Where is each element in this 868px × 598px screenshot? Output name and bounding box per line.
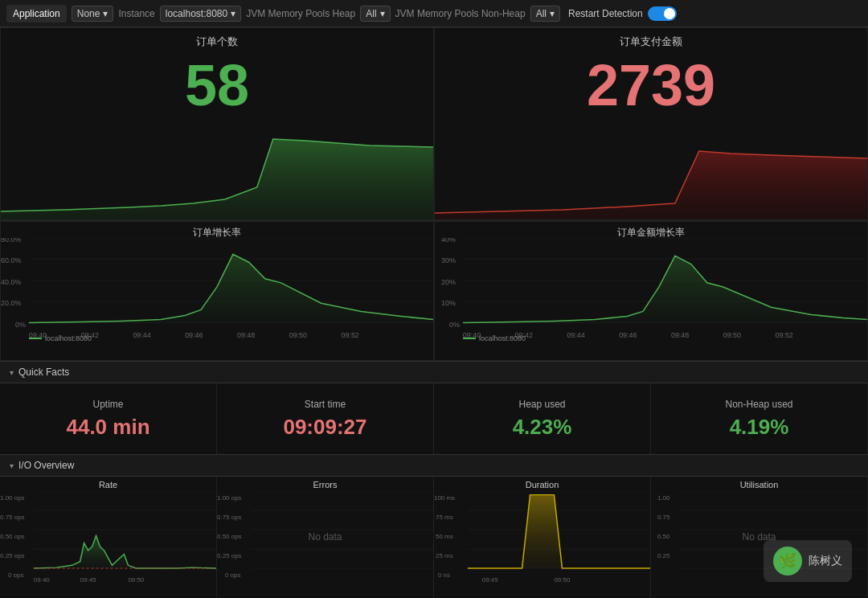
payment-amount-chart (435, 115, 867, 219)
svg-text:100 ms: 100 ms (434, 494, 455, 502)
nav-nonheap-dropdown[interactable]: All ▾ (530, 6, 560, 22)
svg-text:0.75 ops: 0.75 ops (0, 514, 25, 521)
uptime-label: Uptime (92, 399, 123, 410)
svg-text:09:50: 09:50 (289, 331, 307, 339)
io-duration-card: Duration 100 ms 75 ms 50 ms 25 ms 0 ns (434, 477, 651, 597)
svg-text:20.0%: 20.0% (1, 299, 21, 307)
svg-text:0.25 ops: 0.25 ops (217, 552, 242, 559)
watermark: 🌿 陈树义 (764, 540, 852, 582)
payment-legend-line (463, 338, 476, 339)
svg-text:10%: 10% (441, 299, 456, 307)
svg-text:0 ops: 0 ops (8, 571, 24, 579)
payment-growth-legend: localhost:8080 (463, 334, 526, 342)
io-overview-chevron: ▾ (10, 461, 14, 470)
watermark-name: 陈树义 (809, 554, 842, 568)
svg-text:0%: 0% (15, 321, 26, 329)
orders-count-chart (1, 115, 433, 219)
start-time-label: Start time (305, 399, 346, 410)
nav-heap-label: JVM Memory Pools Heap (246, 8, 355, 19)
io-duration-title: Duration (434, 477, 650, 491)
orders-growth-chart: 80.0% 60.0% 40.0% 20.0% 0% 0 (1, 238, 433, 344)
payment-legend-label: localhost:8080 (479, 334, 526, 342)
io-errors-title: Errors (217, 477, 433, 491)
io-overview-row: Rate 1.00 ops 0.75 ops 0.50 ops 0.25 ops… (0, 477, 868, 597)
svg-text:30%: 30% (441, 256, 456, 264)
svg-text:50 ms: 50 ms (436, 533, 453, 540)
svg-text:0.50 ops: 0.50 ops (0, 533, 25, 540)
svg-text:09:52: 09:52 (341, 331, 358, 339)
metrics-row: 订单个数 58 订单支付金额 2739 (0, 27, 868, 220)
start-time-value: 09:09:27 (283, 415, 366, 440)
svg-text:1.00 ops: 1.00 ops (217, 494, 242, 502)
quick-facts-row: Uptime 44.0 min Start time 09:09:27 Heap… (0, 383, 868, 454)
uptime-value: 44.0 min (66, 415, 149, 440)
io-rate-card: Rate 1.00 ops 0.75 ops 0.50 ops 0.25 ops… (0, 477, 217, 597)
nav-application[interactable]: Application (6, 5, 67, 23)
restart-detection-control: Restart Detection (568, 6, 677, 21)
svg-text:09:50: 09:50 (128, 576, 144, 584)
nonheap-used-value: 4.19% (730, 415, 789, 440)
orders-count-title: 订单个数 (1, 28, 433, 52)
orders-growth-card: 订单增长率 80.0% 60.0% 40.0% 20.0% 0% (0, 221, 434, 361)
svg-text:09:52: 09:52 (775, 331, 792, 339)
svg-text:0.50: 0.50 (657, 533, 669, 540)
io-overview-title: I/O Overview (18, 460, 74, 471)
svg-text:0.75 ops: 0.75 ops (217, 514, 242, 521)
payment-growth-card: 订单金额增长率 40% 30% 20% 10% 0% (434, 221, 868, 361)
svg-text:75 ms: 75 ms (436, 514, 453, 521)
nonheap-used-label: Non-Heap used (725, 399, 792, 410)
svg-text:09:45: 09:45 (80, 576, 96, 584)
quick-facts-header[interactable]: ▾ Quick Facts (0, 361, 868, 383)
svg-text:09:46: 09:46 (185, 331, 203, 339)
svg-text:40%: 40% (441, 238, 456, 244)
svg-text:09:45: 09:45 (482, 576, 498, 584)
svg-text:0.25 ops: 0.25 ops (0, 552, 25, 559)
heap-used-value: 4.23% (513, 415, 572, 440)
watermark-avatar: 🌿 (773, 547, 802, 575)
svg-text:0 ops: 0 ops (225, 571, 241, 579)
svg-text:0.75: 0.75 (657, 514, 669, 521)
svg-text:09:50: 09:50 (723, 331, 741, 339)
orders-legend-label: localhost:8080 (45, 334, 92, 342)
quick-facts-chevron: ▾ (10, 368, 14, 377)
svg-text:09:50: 09:50 (554, 576, 570, 584)
svg-text:09:44: 09:44 (567, 331, 584, 339)
svg-text:0.25: 0.25 (657, 552, 669, 559)
svg-text:09:48: 09:48 (237, 331, 255, 339)
io-overview-header[interactable]: ▾ I/O Overview (0, 454, 868, 477)
restart-detection-label: Restart Detection (568, 8, 643, 19)
start-time-card: Start time 09:09:27 (217, 383, 434, 454)
nonheap-used-card: Non-Heap used 4.19% (651, 383, 868, 454)
payment-growth-chart: 40% 30% 20% 10% 0% 09:40 09:42 (435, 238, 867, 344)
payment-amount-card: 订单支付金额 2739 (434, 27, 868, 220)
svg-text:60.0%: 60.0% (1, 256, 21, 264)
nav-none-dropdown[interactable]: None ▾ (72, 6, 114, 22)
nav-nonheap-label: JVM Memory Pools Non-Heap (395, 8, 526, 19)
restart-detection-toggle[interactable] (648, 6, 677, 21)
uptime-card: Uptime 44.0 min (0, 383, 217, 454)
errors-no-data: No data (308, 531, 342, 543)
svg-text:09:44: 09:44 (133, 331, 150, 339)
heap-used-card: Heap used 4.23% (434, 383, 651, 454)
io-rate-title: Rate (0, 477, 216, 491)
svg-text:20%: 20% (441, 278, 456, 286)
payment-amount-value: 2739 (435, 52, 867, 118)
io-errors-card: Errors 1.00 ops 0.75 ops 0.50 ops 0.25 o… (217, 477, 434, 597)
nav-instance-dropdown[interactable]: localhost:8080 ▾ (160, 6, 241, 22)
quick-facts-title: Quick Facts (18, 367, 69, 378)
svg-text:1.00 ops: 1.00 ops (0, 494, 25, 502)
growth-rate-row: 订单增长率 80.0% 60.0% 40.0% 20.0% 0% (0, 220, 868, 361)
orders-count-card: 订单个数 58 (0, 27, 434, 220)
heap-used-label: Heap used (518, 399, 565, 410)
svg-text:25 ms: 25 ms (436, 552, 453, 559)
svg-text:80.0%: 80.0% (1, 238, 21, 244)
top-navigation: Application None ▾ Instance localhost:80… (0, 0, 868, 27)
svg-text:09:48: 09:48 (671, 331, 689, 339)
orders-legend-line (29, 338, 42, 339)
payment-amount-title: 订单支付金额 (435, 28, 867, 52)
svg-text:09:40: 09:40 (34, 576, 50, 584)
svg-text:1.00: 1.00 (657, 494, 669, 502)
svg-text:09:46: 09:46 (619, 331, 637, 339)
svg-text:40.0%: 40.0% (1, 278, 21, 286)
nav-heap-dropdown[interactable]: All ▾ (360, 6, 390, 22)
